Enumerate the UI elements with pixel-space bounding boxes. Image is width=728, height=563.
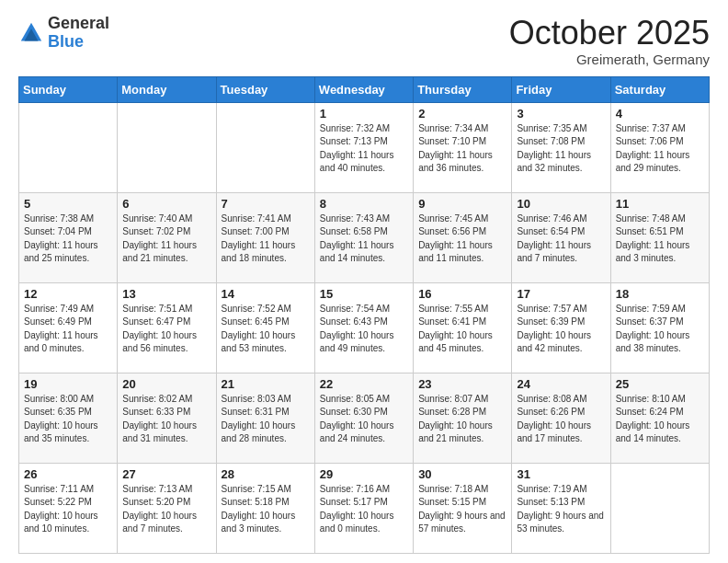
calendar-cell: 25Sunrise: 8:10 AM Sunset: 6:24 PM Dayli… bbox=[610, 373, 709, 463]
day-number: 27 bbox=[122, 467, 210, 481]
calendar-cell: 21Sunrise: 8:03 AM Sunset: 6:31 PM Dayli… bbox=[216, 373, 314, 463]
day-number: 14 bbox=[222, 287, 310, 301]
day-number: 5 bbox=[24, 197, 112, 211]
calendar-body: 1Sunrise: 7:32 AM Sunset: 7:13 PM Daylig… bbox=[19, 102, 710, 553]
day-info: Sunrise: 8:08 AM Sunset: 6:26 PM Dayligh… bbox=[517, 393, 605, 446]
logo-icon bbox=[18, 20, 44, 46]
day-info: Sunrise: 7:59 AM Sunset: 6:37 PM Dayligh… bbox=[616, 303, 704, 356]
day-info: Sunrise: 7:41 AM Sunset: 7:00 PM Dayligh… bbox=[222, 213, 310, 266]
calendar-header: Sunday Monday Tuesday Wednesday Thursday… bbox=[19, 76, 710, 102]
calendar-cell: 27Sunrise: 7:13 AM Sunset: 5:20 PM Dayli… bbox=[118, 463, 216, 553]
day-info: Sunrise: 7:45 AM Sunset: 6:56 PM Dayligh… bbox=[418, 213, 506, 266]
calendar-cell: 12Sunrise: 7:49 AM Sunset: 6:49 PM Dayli… bbox=[19, 282, 118, 373]
day-number: 16 bbox=[418, 287, 506, 301]
calendar-week-3: 12Sunrise: 7:49 AM Sunset: 6:49 PM Dayli… bbox=[19, 282, 710, 373]
calendar-cell bbox=[19, 102, 118, 192]
day-number: 26 bbox=[24, 467, 112, 481]
day-info: Sunrise: 7:37 AM Sunset: 7:06 PM Dayligh… bbox=[616, 122, 704, 176]
day-number: 29 bbox=[320, 467, 408, 481]
day-number: 3 bbox=[517, 107, 605, 121]
col-saturday: Saturday bbox=[610, 76, 709, 102]
day-info: Sunrise: 8:05 AM Sunset: 6:30 PM Dayligh… bbox=[320, 393, 408, 446]
day-number: 11 bbox=[616, 197, 704, 211]
calendar-cell: 9Sunrise: 7:45 AM Sunset: 6:56 PM Daylig… bbox=[414, 192, 512, 282]
calendar-week-2: 5Sunrise: 7:38 AM Sunset: 7:04 PM Daylig… bbox=[19, 192, 710, 282]
calendar-cell: 31Sunrise: 7:19 AM Sunset: 5:13 PM Dayli… bbox=[512, 463, 610, 553]
day-number: 8 bbox=[320, 197, 408, 211]
calendar-cell: 14Sunrise: 7:52 AM Sunset: 6:45 PM Dayli… bbox=[216, 282, 314, 373]
calendar-cell: 7Sunrise: 7:41 AM Sunset: 7:00 PM Daylig… bbox=[216, 192, 314, 282]
day-number: 20 bbox=[122, 377, 210, 391]
calendar-cell: 24Sunrise: 8:08 AM Sunset: 6:26 PM Dayli… bbox=[512, 373, 610, 463]
day-number: 24 bbox=[517, 377, 605, 391]
calendar-cell: 3Sunrise: 7:35 AM Sunset: 7:08 PM Daylig… bbox=[512, 102, 610, 192]
calendar-cell: 1Sunrise: 7:32 AM Sunset: 7:13 PM Daylig… bbox=[314, 102, 413, 192]
calendar-week-1: 1Sunrise: 7:32 AM Sunset: 7:13 PM Daylig… bbox=[19, 102, 710, 192]
day-info: Sunrise: 8:02 AM Sunset: 6:33 PM Dayligh… bbox=[122, 393, 210, 446]
day-info: Sunrise: 7:19 AM Sunset: 5:13 PM Dayligh… bbox=[517, 483, 605, 536]
day-info: Sunrise: 7:35 AM Sunset: 7:08 PM Dayligh… bbox=[517, 122, 605, 176]
day-info: Sunrise: 8:03 AM Sunset: 6:31 PM Dayligh… bbox=[222, 393, 310, 446]
day-number: 21 bbox=[222, 377, 310, 391]
day-number: 30 bbox=[418, 467, 506, 481]
day-info: Sunrise: 8:07 AM Sunset: 6:28 PM Dayligh… bbox=[418, 393, 506, 446]
day-info: Sunrise: 7:16 AM Sunset: 5:17 PM Dayligh… bbox=[320, 483, 408, 536]
day-info: Sunrise: 7:32 AM Sunset: 7:13 PM Dayligh… bbox=[320, 122, 408, 176]
day-info: Sunrise: 7:40 AM Sunset: 7:02 PM Dayligh… bbox=[122, 213, 210, 266]
day-number: 2 bbox=[418, 107, 506, 121]
calendar-cell: 30Sunrise: 7:18 AM Sunset: 5:15 PM Dayli… bbox=[414, 463, 512, 553]
calendar-cell: 10Sunrise: 7:46 AM Sunset: 6:54 PM Dayli… bbox=[512, 192, 610, 282]
day-number: 23 bbox=[418, 377, 506, 391]
logo-text: General Blue bbox=[48, 15, 109, 52]
day-number: 10 bbox=[517, 197, 605, 211]
day-number: 13 bbox=[122, 287, 210, 301]
calendar-week-4: 19Sunrise: 8:00 AM Sunset: 6:35 PM Dayli… bbox=[19, 373, 710, 463]
calendar-cell: 8Sunrise: 7:43 AM Sunset: 6:58 PM Daylig… bbox=[314, 192, 413, 282]
header-row: Sunday Monday Tuesday Wednesday Thursday… bbox=[19, 76, 710, 102]
day-info: Sunrise: 7:48 AM Sunset: 6:51 PM Dayligh… bbox=[616, 213, 704, 266]
calendar-cell: 22Sunrise: 8:05 AM Sunset: 6:30 PM Dayli… bbox=[314, 373, 413, 463]
col-friday: Friday bbox=[512, 76, 610, 102]
logo-general-text: General bbox=[48, 15, 109, 33]
day-number: 7 bbox=[222, 197, 310, 211]
calendar-cell: 17Sunrise: 7:57 AM Sunset: 6:39 PM Dayli… bbox=[512, 282, 610, 373]
calendar-cell: 19Sunrise: 8:00 AM Sunset: 6:35 PM Dayli… bbox=[19, 373, 118, 463]
calendar-cell: 11Sunrise: 7:48 AM Sunset: 6:51 PM Dayli… bbox=[610, 192, 709, 282]
logo-blue-text: Blue bbox=[48, 33, 109, 52]
location: Greimerath, Germany bbox=[509, 52, 710, 67]
calendar-cell: 16Sunrise: 7:55 AM Sunset: 6:41 PM Dayli… bbox=[414, 282, 512, 373]
day-number: 31 bbox=[517, 467, 605, 481]
day-info: Sunrise: 7:13 AM Sunset: 5:20 PM Dayligh… bbox=[122, 483, 210, 536]
day-number: 12 bbox=[24, 287, 112, 301]
calendar-cell: 23Sunrise: 8:07 AM Sunset: 6:28 PM Dayli… bbox=[414, 373, 512, 463]
day-number: 1 bbox=[320, 107, 408, 121]
day-info: Sunrise: 7:46 AM Sunset: 6:54 PM Dayligh… bbox=[517, 213, 605, 266]
calendar-cell: 15Sunrise: 7:54 AM Sunset: 6:43 PM Dayli… bbox=[314, 282, 413, 373]
day-info: Sunrise: 7:43 AM Sunset: 6:58 PM Dayligh… bbox=[320, 213, 408, 266]
header-right: October 2025 Greimerath, Germany bbox=[509, 15, 710, 67]
day-number: 22 bbox=[320, 377, 408, 391]
col-sunday: Sunday bbox=[19, 76, 118, 102]
day-number: 25 bbox=[616, 377, 704, 391]
calendar-cell bbox=[118, 102, 216, 192]
day-info: Sunrise: 7:55 AM Sunset: 6:41 PM Dayligh… bbox=[418, 303, 506, 356]
day-number: 4 bbox=[616, 107, 704, 121]
day-info: Sunrise: 7:54 AM Sunset: 6:43 PM Dayligh… bbox=[320, 303, 408, 356]
day-number: 19 bbox=[24, 377, 112, 391]
logo: General Blue bbox=[18, 15, 109, 52]
day-number: 9 bbox=[418, 197, 506, 211]
col-thursday: Thursday bbox=[414, 76, 512, 102]
day-info: Sunrise: 8:00 AM Sunset: 6:35 PM Dayligh… bbox=[24, 393, 112, 446]
day-info: Sunrise: 7:51 AM Sunset: 6:47 PM Dayligh… bbox=[122, 303, 210, 356]
day-info: Sunrise: 7:15 AM Sunset: 5:18 PM Dayligh… bbox=[222, 483, 310, 536]
day-info: Sunrise: 7:38 AM Sunset: 7:04 PM Dayligh… bbox=[24, 213, 112, 266]
calendar-cell: 13Sunrise: 7:51 AM Sunset: 6:47 PM Dayli… bbox=[118, 282, 216, 373]
calendar-cell: 6Sunrise: 7:40 AM Sunset: 7:02 PM Daylig… bbox=[118, 192, 216, 282]
month-title: October 2025 bbox=[509, 15, 710, 52]
day-number: 15 bbox=[320, 287, 408, 301]
col-wednesday: Wednesday bbox=[314, 76, 413, 102]
col-monday: Monday bbox=[118, 76, 216, 102]
day-info: Sunrise: 7:18 AM Sunset: 5:15 PM Dayligh… bbox=[418, 483, 506, 536]
calendar-cell: 18Sunrise: 7:59 AM Sunset: 6:37 PM Dayli… bbox=[610, 282, 709, 373]
calendar-table: Sunday Monday Tuesday Wednesday Thursday… bbox=[18, 76, 710, 554]
